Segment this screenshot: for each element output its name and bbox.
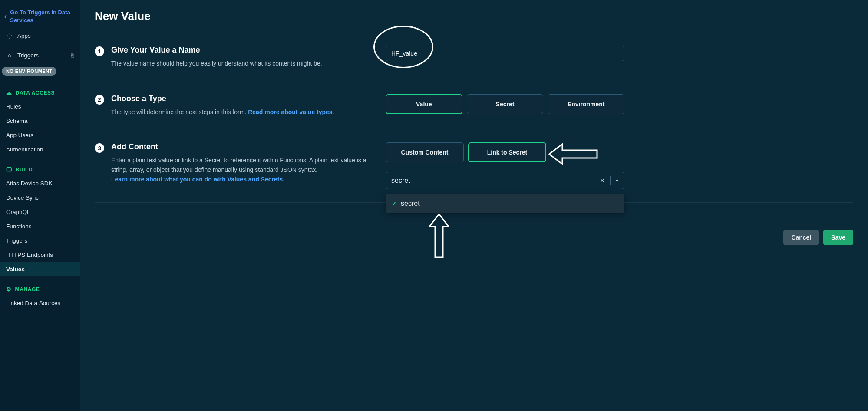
step-number-2: 2 [95,95,104,105]
sidebar: ‹ Go To Triggers In Data Services Apps T… [0,0,80,411]
nav-apps[interactable]: Apps [0,29,80,43]
section-header-manage: MANAGE [0,276,80,296]
nav-apps-label: Apps [17,33,31,39]
nav-item-label: App Users [6,132,33,138]
nav-item-label: Schema [6,118,28,124]
section-header-label: BUILD [16,167,33,173]
nav-app-users[interactable]: App Users [0,128,80,142]
nav-item-label: Functions [6,223,32,230]
page-title: New Value [95,10,853,23]
nav-item-label: Linked Data Sources [6,300,60,306]
step-number-3: 3 [95,143,104,153]
step-1-title: Give Your Value a Name [111,46,322,55]
step-2-desc: The type will determine the next steps i… [111,108,334,117]
step-3-row: 3 Add Content Enter a plain text value o… [95,130,853,203]
type-option-value[interactable]: Value [386,94,462,114]
dropdown-item-label: secret [401,200,420,207]
check-icon: ✓ [392,201,396,207]
nav-graphql[interactable]: GraphQL [0,205,80,219]
chevron-down-icon[interactable]: ▾ [613,176,621,185]
nav-item-label: HTTPS Endpoints [6,252,53,258]
nav-item-label: GraphQL [6,209,30,215]
type-option-environment[interactable]: Environment [548,94,624,114]
nav-item-label: Authentication [6,146,43,153]
type-option-secret[interactable]: Secret [467,94,544,114]
nav-functions[interactable]: Functions [0,219,80,233]
nav-device-sync[interactable]: Device Sync [0,191,80,205]
select-divider [610,176,611,185]
step-3-title: Add Content [111,142,368,151]
step-number-1: 1 [95,46,104,56]
value-name-input[interactable] [386,46,624,61]
read-more-value-types-link[interactable]: Read more about value types [248,109,333,115]
nav-schema[interactable]: Schema [0,114,80,128]
chevron-left-icon: ‹ [4,12,7,21]
nav-item-label: Triggers [6,237,27,244]
main-content: New Value 1 Give Your Value a Name The v… [80,0,868,411]
nav-triggers-label: Triggers [17,52,39,59]
section-header-build: BUILD [0,157,80,176]
nav-triggers-top[interactable]: Triggers [0,48,80,62]
secret-select[interactable]: ✕ ▾ ✓ secret [386,172,624,189]
nav-atlas-sdk[interactable]: Atlas Device SDK [0,176,80,191]
learn-more-values-secrets-link[interactable]: Learn more about what you can do with Va… [111,176,284,183]
copy-icon[interactable] [71,53,74,59]
content-option-link-secret[interactable]: Link to Secret [468,142,546,162]
content-option-custom[interactable]: Custom Content [386,142,464,162]
nav-item-label: Values [6,266,25,273]
home-icon [6,52,13,59]
environment-badge: NO ENVIRONMENT [2,67,56,76]
section-header-data-access: DATA ACCESS [0,80,80,99]
nav-item-label: Rules [6,103,21,110]
step-3-desc: Enter a plain text value or link to a Se… [111,156,368,184]
dropdown-item-secret[interactable]: ✓ secret [386,194,624,213]
step-2-row: 2 Choose a Type The type will determine … [95,82,853,131]
nav-authentication[interactable]: Authentication [0,142,80,157]
section-header-label: MANAGE [15,286,40,293]
step-1-row: 1 Give Your Value a Name The value name … [95,33,853,82]
nav-item-label: Atlas Device SDK [6,180,53,187]
gear-icon [6,286,12,293]
nav-linked-data-sources[interactable]: Linked Data Sources [0,296,80,310]
nav-https-endpoints[interactable]: HTTPS Endpoints [0,248,80,262]
cloud-icon [6,89,12,96]
secret-dropdown: ✓ secret [386,194,624,213]
step-1-desc: The value name should help you easily un… [111,59,322,69]
footer-actions: Cancel Save [95,230,853,245]
section-header-label: DATA ACCESS [16,90,55,96]
back-link-label: Go To Triggers In Data Services [10,9,76,24]
clear-icon[interactable]: ✕ [597,175,607,186]
back-to-triggers-link[interactable]: ‹ Go To Triggers In Data Services [0,0,80,29]
save-button[interactable]: Save [823,230,853,245]
nav-triggers[interactable]: Triggers [0,233,80,248]
nav-values[interactable]: Values [0,262,80,276]
monitor-icon [6,166,12,173]
step-2-title: Choose a Type [111,94,334,103]
nav-rules[interactable]: Rules [0,99,80,114]
secret-select-input[interactable] [386,172,624,189]
cancel-button[interactable]: Cancel [783,230,819,245]
nav-item-label: Device Sync [6,194,39,201]
apps-icon [6,33,13,39]
